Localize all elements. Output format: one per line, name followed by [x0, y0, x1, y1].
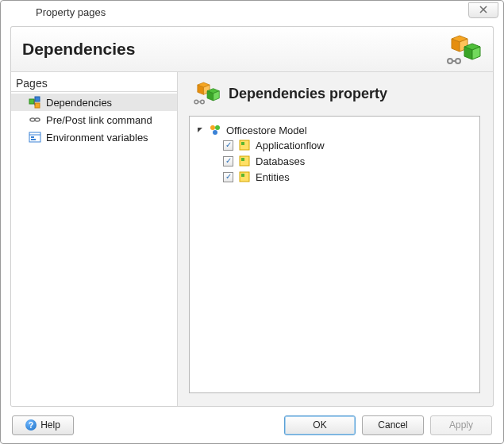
component-icon	[238, 139, 251, 151]
svg-rect-32	[241, 158, 244, 161]
svg-point-6	[448, 59, 452, 63]
dependencies-boxes-icon	[441, 33, 482, 66]
tree-children: ✓ Applicationflow ✓	[196, 137, 473, 185]
content-title: Dependencies property	[229, 86, 387, 102]
tree-node-databases[interactable]: ✓ Databases	[223, 153, 473, 169]
svg-rect-9	[35, 97, 40, 101]
dialog-body: Pages Dependencies	[10, 72, 494, 407]
component-icon	[238, 155, 251, 167]
titlebar: Property pages	[1, 1, 503, 23]
checkbox[interactable]: ✓	[223, 156, 233, 166]
tree-node-label: Applicationflow	[256, 140, 325, 151]
svg-rect-8	[29, 99, 34, 104]
svg-point-7	[456, 59, 460, 63]
ok-label: OK	[313, 419, 326, 431]
link-icon	[29, 113, 41, 126]
svg-rect-34	[241, 174, 244, 177]
svg-marker-25	[198, 128, 202, 132]
dependencies-icon	[29, 96, 41, 109]
svg-rect-10	[35, 103, 40, 108]
model-icon	[209, 124, 221, 136]
sidebar-item-label: Pre/Post link command	[46, 114, 152, 126]
sidebar-item-pre-post-link[interactable]: Pre/Post link command	[11, 111, 177, 128]
sidebar-item-label: Dependencies	[46, 97, 112, 109]
apply-button[interactable]: Apply	[430, 415, 492, 435]
help-button[interactable]: ? Help	[12, 415, 74, 435]
cancel-button[interactable]: Cancel	[362, 415, 424, 435]
property-pages-dialog: Property pages Dependencies	[0, 0, 504, 444]
sidebar-item-env-vars[interactable]: Environment variables	[11, 128, 177, 146]
tree-root-label: Officestore Model	[226, 124, 307, 136]
tree-node-entities[interactable]: ✓ Entities	[223, 169, 473, 185]
ok-button[interactable]: OK	[284, 415, 356, 435]
component-icon	[238, 170, 251, 183]
env-icon	[29, 131, 41, 144]
svg-rect-16	[31, 139, 36, 140]
dependencies-boxes-icon	[189, 80, 221, 108]
svg-point-27	[215, 125, 220, 130]
dialog-footer: ? Help OK Cancel Apply	[1, 407, 503, 443]
apply-label: Apply	[449, 419, 473, 431]
sidebar-item-dependencies[interactable]: Dependencies	[11, 94, 177, 111]
content-panel: Dependencies property Officestore Mode	[178, 72, 493, 406]
sidebar: Pages Dependencies	[11, 72, 178, 406]
footer-buttons: OK Cancel Apply	[284, 415, 492, 435]
cancel-label: Cancel	[378, 419, 407, 431]
svg-rect-15	[31, 136, 34, 138]
tree-node-label: Entities	[256, 171, 290, 183]
sidebar-item-label: Environment variables	[46, 132, 148, 144]
content-header: Dependencies property	[189, 80, 480, 108]
header-strip: Dependencies	[10, 26, 494, 72]
tree-node-applicationflow[interactable]: ✓ Applicationflow	[223, 137, 473, 153]
help-label: Help	[40, 419, 60, 431]
nav-list: Dependencies Pre/Post link command	[11, 92, 177, 147]
tree-root-node[interactable]: Officestore Model	[196, 123, 473, 137]
chevron-down-icon[interactable]	[196, 126, 204, 134]
close-icon	[479, 5, 488, 16]
tree-node-label: Databases	[256, 155, 305, 167]
page-title: Dependencies	[22, 40, 135, 59]
dependencies-tree[interactable]: Officestore Model ✓ Applicationflow	[189, 116, 480, 393]
svg-point-23	[194, 100, 198, 104]
svg-point-28	[213, 130, 217, 135]
svg-point-26	[210, 125, 215, 130]
svg-rect-30	[241, 142, 244, 145]
window-title: Property pages	[13, 6, 106, 18]
checkbox[interactable]: ✓	[223, 172, 233, 182]
svg-point-24	[201, 100, 205, 104]
checkbox[interactable]: ✓	[223, 140, 233, 151]
sidebar-title: Pages	[11, 72, 177, 92]
close-button[interactable]	[468, 2, 498, 18]
help-icon: ?	[25, 419, 37, 431]
